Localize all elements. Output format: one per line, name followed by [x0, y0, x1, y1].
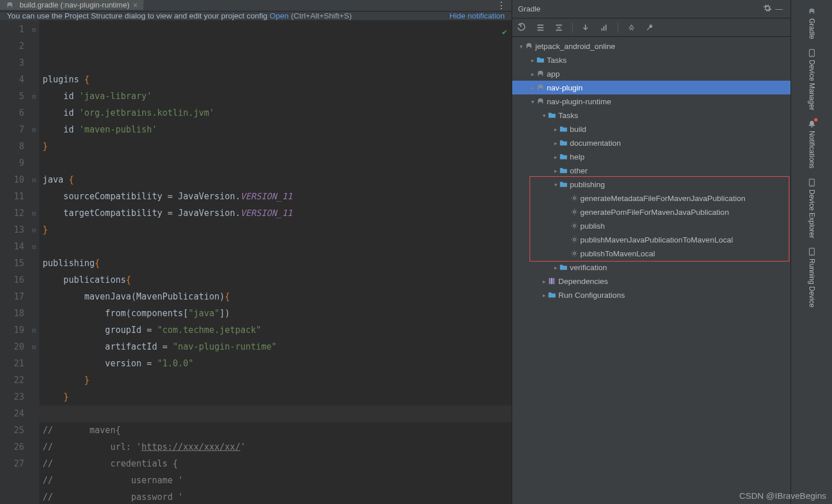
- svg-rect-1: [603, 26, 604, 31]
- code-line[interactable]: }: [43, 389, 512, 406]
- code-line[interactable]: // url: 'https://xxx/xxx/xx/': [43, 439, 512, 456]
- svg-point-16: [811, 254, 812, 255]
- chevron-down-icon[interactable]: ▾: [551, 181, 559, 188]
- code-line[interactable]: id 'org.jetbrains.kotlin.jvm': [43, 105, 512, 122]
- open-shortcut: (Ctrl+Alt+Shift+S): [291, 12, 351, 20]
- rail-label: Device Manager: [808, 60, 816, 110]
- phone-icon: [807, 48, 816, 58]
- code-line[interactable]: [43, 155, 512, 172]
- chevron-right-icon[interactable]: ▸: [528, 85, 536, 91]
- code-line[interactable]: }: [43, 138, 512, 155]
- expand-all-icon[interactable]: [535, 22, 546, 33]
- chevron-right-icon[interactable]: ▸: [551, 264, 559, 271]
- elephant-icon: [807, 7, 816, 16]
- gradle-tree-node[interactable]: ▾nav-plugin-runtime: [512, 94, 791, 108]
- code-line[interactable]: publishing{: [43, 255, 512, 272]
- code-line[interactable]: targetCompatibility = JavaVersion.VERSIO…: [43, 205, 512, 222]
- tool-window-button-gradle[interactable]: Gradle: [805, 2, 819, 44]
- code-line[interactable]: }: [43, 372, 512, 389]
- gear-icon[interactable]: [762, 4, 773, 14]
- tree-node-label: build: [570, 125, 587, 134]
- analyzer-icon[interactable]: [599, 22, 610, 33]
- gradle-tree-node[interactable]: ▸documentation: [512, 136, 791, 150]
- chevron-right-icon[interactable]: ▸: [551, 168, 559, 174]
- download-sources-icon[interactable]: [581, 22, 591, 33]
- reload-icon[interactable]: [517, 22, 527, 33]
- code-line[interactable]: artifactId = "nav-plugin-runtime": [43, 339, 512, 355]
- code-area[interactable]: ✔ plugins { id 'java-library' id 'org.je…: [39, 20, 512, 504]
- code-line[interactable]: // password ': [43, 489, 512, 504]
- chevron-down-icon[interactable]: ▾: [517, 43, 525, 50]
- minimize-icon[interactable]: —: [773, 5, 785, 13]
- code-line[interactable]: sourceCompatibility = JavaVersion.VERSIO…: [43, 188, 512, 205]
- right-tool-rail: GradleDevice ManagerNotificationsDevice …: [791, 0, 832, 504]
- code-line[interactable]: // maven{: [43, 422, 512, 439]
- code-line[interactable]: mavenJava(MavenPublication){: [43, 289, 512, 305]
- code-line[interactable]: publications{: [43, 272, 512, 289]
- code-line[interactable]: java {: [43, 172, 512, 188]
- chevron-right-icon[interactable]: ▸: [528, 71, 536, 77]
- gradle-tree-node[interactable]: ▾Tasks: [512, 108, 791, 122]
- close-icon[interactable]: ×: [133, 1, 138, 10]
- editor-tab[interactable]: build.gradle (:nav-plugin-runtime) ×: [0, 0, 143, 11]
- tool-window-button-device-manager[interactable]: Device Manager: [805, 44, 819, 115]
- tree-node-label: nav-plugin: [547, 84, 583, 92]
- gradle-tree-node[interactable]: ▾jetpack_android_online: [512, 39, 791, 53]
- tree-node-label: generatePomFileForMavenJavaPublication: [580, 208, 729, 217]
- gradle-task[interactable]: publishToMavenLocal: [512, 247, 791, 260]
- gradle-tree-node[interactable]: ▸Dependencies: [512, 274, 791, 288]
- gradle-tree-node[interactable]: ▸Run Configurations: [512, 288, 791, 302]
- gradle-tree-node[interactable]: ▸verification: [512, 260, 791, 274]
- chevron-right-icon[interactable]: ▸: [551, 126, 559, 132]
- line-number-gutter[interactable]: 1234567891011121314151617181920212223242…: [7, 20, 29, 504]
- tool-window-button-running-device[interactable]: Running Device: [805, 242, 819, 312]
- tree-node-label: publishing: [570, 180, 605, 189]
- gradle-tree-node[interactable]: ▸build: [512, 122, 791, 136]
- gradle-tree-node[interactable]: ▾publishing: [512, 177, 791, 191]
- code-line[interactable]: from(components["java"]): [43, 305, 512, 322]
- gradle-tree-node[interactable]: ▸nav-plugin: [512, 81, 791, 94]
- chevron-down-icon[interactable]: ▾: [528, 98, 536, 105]
- tool-window-button-notifications[interactable]: Notifications: [805, 115, 819, 173]
- gradle-task[interactable]: publishMavenJavaPublicationToMavenLocal: [512, 233, 791, 247]
- wrench-icon[interactable]: [645, 22, 655, 33]
- open-project-structure-link[interactable]: Open: [270, 12, 289, 20]
- gradle-header: Gradle —: [512, 0, 791, 18]
- chevron-right-icon[interactable]: ▸: [528, 57, 536, 63]
- code-line[interactable]: // username ': [43, 472, 512, 489]
- watermark: CSDN @IBraveBegins: [739, 491, 826, 501]
- code-line[interactable]: groupId = "com.techme.jetpack": [43, 322, 512, 339]
- collapse-all-icon[interactable]: [554, 22, 564, 33]
- hide-notification-link[interactable]: Hide notification: [449, 12, 505, 20]
- code-editor[interactable]: 1234567891011121314151617181920212223242…: [0, 20, 512, 504]
- chevron-right-icon[interactable]: ▸: [540, 292, 548, 298]
- code-line[interactable]: [43, 238, 512, 255]
- tab-overflow-menu[interactable]: ⋮: [491, 0, 512, 11]
- phone-icon: [807, 247, 816, 256]
- offline-mode-icon[interactable]: [626, 22, 637, 33]
- gradle-task[interactable]: generatePomFileForMavenJavaPublication: [512, 205, 791, 219]
- code-line[interactable]: version = "1.0.0": [43, 355, 512, 372]
- chevron-right-icon[interactable]: ▸: [551, 154, 559, 160]
- inspection-ok-icon[interactable]: ✔: [502, 24, 507, 40]
- gradle-tree-node[interactable]: ▸help: [512, 150, 791, 164]
- code-line[interactable]: plugins {: [43, 71, 512, 88]
- chevron-right-icon[interactable]: ▸: [540, 278, 548, 285]
- chevron-right-icon[interactable]: ▸: [551, 140, 559, 146]
- gradle-tree[interactable]: ▾jetpack_android_online▸Tasks▸app▸nav-pl…: [512, 37, 791, 504]
- chevron-down-icon[interactable]: ▾: [540, 112, 548, 119]
- gradle-tree-node[interactable]: ▸Tasks: [512, 53, 791, 67]
- fold-gutter[interactable]: ⊟⊟⊟⊟⊟⊟⊟⊟⊟: [29, 20, 39, 504]
- gradle-toolbar: [512, 18, 791, 37]
- tool-window-button-device-explorer[interactable]: Device Explorer: [805, 173, 819, 243]
- gradle-task[interactable]: generateMetadataFileForMavenJavaPublicat…: [512, 191, 791, 205]
- code-line[interactable]: id 'maven-publish': [43, 122, 512, 138]
- gradle-tree-node[interactable]: ▸app: [512, 67, 791, 81]
- gradle-tree-node[interactable]: ▸other: [512, 164, 791, 177]
- code-line[interactable]: }: [43, 222, 512, 238]
- tree-node-label: Tasks: [547, 56, 567, 65]
- code-line[interactable]: // credentials {: [43, 456, 512, 472]
- tree-node-label: Dependencies: [558, 277, 608, 286]
- code-line[interactable]: id 'java-library': [43, 88, 512, 105]
- gradle-task[interactable]: publish: [512, 219, 791, 233]
